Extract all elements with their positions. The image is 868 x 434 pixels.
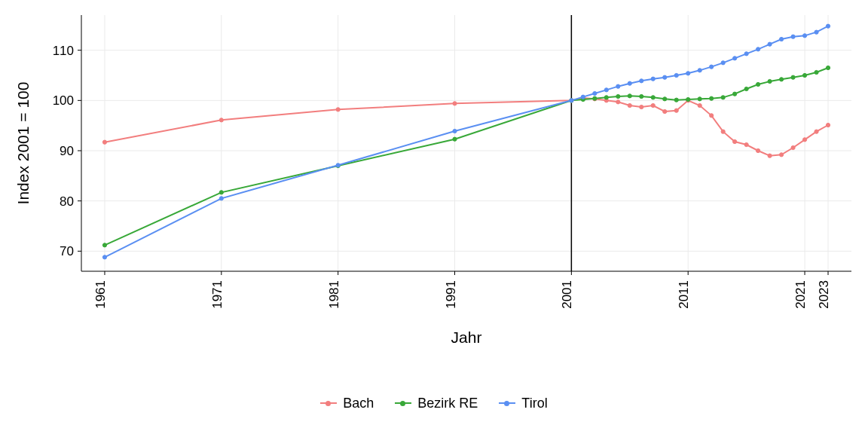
series-point (102, 243, 106, 247)
series-point (698, 97, 701, 101)
series-point (674, 108, 678, 112)
axis-title-y: Index 2001 = 100 (14, 82, 32, 205)
tick-label-x-group: 2011 (677, 280, 691, 309)
series-point (815, 70, 818, 74)
series-point (756, 148, 760, 152)
series-point (686, 72, 690, 75)
series-point (102, 255, 106, 259)
series-point (710, 65, 714, 69)
series-point (102, 140, 106, 144)
series-point (721, 130, 725, 133)
series-point (779, 37, 783, 41)
series-point (791, 75, 795, 79)
series-point (698, 103, 701, 107)
series-point (802, 34, 806, 38)
series-point (593, 96, 597, 100)
series-point (710, 96, 714, 100)
tick-label-x-group: 1961 (93, 280, 108, 309)
series-point (628, 103, 631, 107)
series-point (744, 52, 748, 56)
tick-label-y: 90 (60, 144, 74, 158)
legend-label: Tirol (521, 396, 547, 411)
legend-item-bezirk-re: Bezirk RE (395, 396, 478, 411)
series-point (616, 100, 620, 104)
series-point (663, 75, 667, 79)
series-point (453, 137, 457, 141)
series-point (593, 91, 597, 95)
tick-label-x-group: 1971 (210, 280, 225, 309)
legend-label: Bezirk RE (417, 396, 478, 411)
series-point (721, 61, 725, 65)
series-point (756, 47, 760, 51)
series-point (768, 42, 772, 46)
series-point (791, 35, 795, 38)
series-point (779, 153, 783, 157)
series-point (219, 191, 223, 194)
series-point (604, 88, 608, 92)
series-point (616, 84, 620, 88)
tick-label-x: 2021 (793, 280, 808, 309)
series-point (628, 81, 631, 85)
legend: BachBezirk RETirol (0, 392, 868, 411)
tick-label-x: 1991 (444, 280, 458, 309)
legend-swatch (499, 401, 515, 406)
series-point (733, 92, 737, 96)
series-point (640, 79, 643, 83)
tick-label-x: 1981 (327, 280, 341, 309)
tick-label-x: 2011 (677, 280, 691, 309)
tick-label-x: 2001 (560, 280, 574, 309)
legend-dot-icon (504, 401, 509, 406)
tick-label-x: 1971 (210, 280, 225, 309)
series-point (768, 154, 772, 157)
legend-swatch (320, 401, 337, 406)
series-point (651, 96, 655, 99)
series-point (815, 130, 818, 133)
tick-label-y: 70 (60, 244, 74, 258)
series-point (453, 129, 457, 133)
tick-label-y: 80 (60, 194, 74, 209)
tick-label-x-group: 1991 (444, 280, 458, 309)
series-point (663, 109, 667, 113)
series-point (628, 94, 631, 98)
series-point (802, 73, 806, 77)
series-point (756, 82, 760, 86)
series-point (453, 102, 457, 105)
chart-svg: 7080901001101961197119811991200120112021… (0, 0, 868, 434)
legend-swatch (395, 401, 411, 406)
series-point (826, 66, 830, 69)
legend-item-bach: Bach (320, 396, 374, 411)
series-point (616, 94, 620, 98)
series-point (733, 139, 737, 143)
tick-label-x-group: 2021 (793, 280, 808, 309)
series-point (686, 97, 690, 101)
tick-label-x-group: 2023 (817, 280, 831, 309)
tick-label-x: 2023 (817, 280, 831, 309)
series-point (674, 98, 678, 102)
series-point (815, 30, 818, 34)
series-point (698, 69, 701, 72)
series-point (802, 138, 806, 142)
tick-label-x: 1961 (93, 280, 108, 309)
series-point (640, 105, 643, 108)
axis-title-x: Jahr (451, 329, 482, 346)
series-point (640, 94, 643, 98)
legend-label: Bach (343, 396, 374, 411)
series-point (744, 87, 748, 90)
series-point (826, 24, 830, 28)
series-point (336, 108, 340, 112)
series-point (219, 197, 223, 200)
series-point (581, 95, 585, 99)
series-point (826, 123, 830, 127)
series-point (674, 73, 678, 77)
legend-dot-icon (326, 401, 331, 406)
tick-label-y: 100 (53, 93, 74, 108)
tick-label-y: 110 (53, 44, 74, 58)
series-point (768, 79, 772, 83)
chart-container: 7080901001101961197119811991200120112021… (0, 0, 868, 434)
series-point (336, 164, 340, 167)
series-point (721, 96, 725, 99)
series-point (570, 99, 573, 102)
series-point (744, 142, 748, 146)
series-point (219, 118, 223, 122)
series-point (663, 97, 667, 101)
